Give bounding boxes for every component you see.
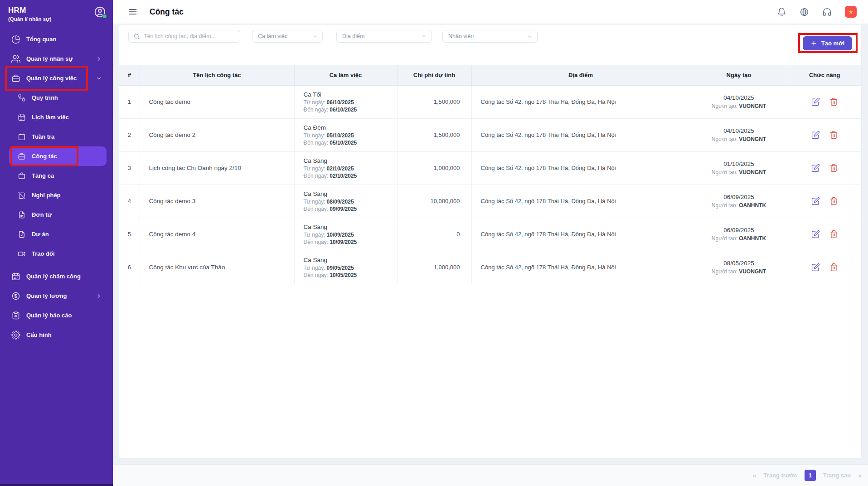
prev-arrow[interactable]: « [753,472,756,479]
calendar-icon [11,272,20,281]
actions-cell [788,85,861,118]
sidebar-item-quan-ly-nhan-su[interactable]: Quản lý nhân sự [9,49,107,68]
edit-icon[interactable] [811,197,820,205]
sidebar-item-lich-lam-viec[interactable]: Lịch làm việc [9,107,107,127]
shift-to: Đến ngày:05/10/2025 [304,140,397,146]
shift-to: Đến ngày:06/10/2025 [304,107,397,113]
delete-icon[interactable] [829,197,838,205]
topbar-actions: ★ [777,6,857,18]
actions-cell [788,251,861,284]
delete-icon[interactable] [829,164,838,172]
created-cell: 04/10/2025 Người tạo:VUONGNT [690,85,788,118]
star-icon: ★ [848,9,853,15]
chevron-down-icon [312,34,318,39]
delete-icon[interactable] [829,230,838,238]
created-date: 04/10/2025 [690,127,788,134]
shift-name: Ca Sáng [304,190,397,197]
edit-icon[interactable] [811,97,820,106]
created-date: 06/09/2025 [690,227,788,233]
calendar-off-icon [18,191,26,199]
next-arrow[interactable]: » [858,472,862,479]
content: Ca làm việc Địa điểm Nhân viên Tạo mới [113,24,868,458]
location-filter-select[interactable]: Địa điểm [336,30,432,43]
creator: Người tạo:VUONGNT [690,136,788,142]
globe-icon[interactable] [800,7,809,17]
sidebar-item-label: Quản lý lương [26,292,67,299]
select-value: Nhân viên [448,33,474,39]
search-box[interactable] [128,30,240,43]
page-title: Công tác [150,7,184,17]
shift-cell: Ca Sáng Từ ngày:10/09/2025 Đến ngày:10/0… [294,218,397,251]
user-avatar[interactable] [94,6,106,18]
create-button[interactable]: Tạo mới [803,36,852,50]
next-page-button[interactable]: Trang sau [823,472,851,479]
sidebar-item-du-an[interactable]: Dự án [9,224,107,244]
app-subtitle: (Quản lí nhân sự) [8,16,106,22]
created-cell: 08/05/2025 Người tạo:VUONGNT [690,251,788,284]
estimated-cost: 0 [397,218,471,251]
sidebar-nav: Tổng quan Quản lý nhân sự Quản lý công v… [0,29,113,486]
headset-icon[interactable] [822,7,832,17]
shift-from: Từ ngày:08/09/2025 [304,199,397,205]
shift-name: Ca Đêm [304,124,397,131]
trip-name: Công tác demo [140,85,294,118]
prev-page-button[interactable]: Trang trước [764,472,797,479]
actions-cell [788,185,861,218]
edit-icon[interactable] [811,230,820,238]
edit-icon[interactable] [811,164,820,172]
column-header: Ngày tạo [690,65,788,85]
table-row: 2 Công tác demo 2 Ca Đêm Từ ngày:05/10/2… [119,118,861,151]
row-index: 2 [119,118,140,151]
workflow-icon [18,94,26,102]
search-input[interactable] [144,33,235,39]
plus-icon [810,40,817,47]
filter-bar: Ca làm việc Địa điểm Nhân viên Tạo mới [119,25,861,49]
shift-name: Ca Tối [304,91,397,98]
row-index: 5 [119,218,140,251]
sidebar-item-cau-hinh[interactable]: Cấu hình [9,325,107,345]
pie-chart-icon [11,35,20,44]
trip-location: Công tác Số 42, ngõ 178 Thái Hà, Đống Đa… [471,118,690,151]
created-cell: 06/09/2025 Người tạo:OANHNTK [690,218,788,251]
shift-to: Đến ngày:02/10/2025 [304,173,397,179]
creator: Người tạo:OANHNTK [690,235,788,242]
sidebar-item-nghi-phep[interactable]: Nghỉ phép [9,185,107,205]
language-flag-button[interactable]: ★ [845,6,857,18]
row-index: 6 [119,251,140,284]
sidebar-item-tang-ca[interactable]: Tăng ca [9,166,107,185]
shift-from: Từ ngày:06/10/2025 [304,99,397,106]
current-page[interactable]: 1 [805,470,816,481]
trip-location: Công tác Số 42, ngõ 178 Thái Hà, Đống Đa… [471,185,690,218]
dollar-icon [11,292,20,301]
edit-icon[interactable] [811,263,820,272]
trip-name: Công tác demo 4 [140,218,294,251]
menu-toggle-icon[interactable] [128,7,137,16]
sidebar-header: HRM (Quản lí nhân sự) [0,0,113,24]
sidebar-item-cong-tac[interactable]: Công tác [9,146,107,166]
sidebar-item-tong-quan[interactable]: Tổng quan [9,29,107,49]
sidebar-item-don-tu[interactable]: Đơn từ [9,205,107,224]
created-date: 04/10/2025 [690,94,788,101]
chevron-down-icon [96,75,102,82]
sidebar-item-quan-ly-bao-cao[interactable]: Quản lý báo cáo [9,306,107,325]
shift-filter-select[interactable]: Ca làm việc [252,30,323,43]
shift-cell: Ca Đêm Từ ngày:05/10/2025 Đến ngày:05/10… [294,118,397,151]
shift-to: Đến ngày:10/05/2025 [304,272,397,278]
trip-name: Công tác demo 2 [140,118,294,151]
calendar-icon [18,113,26,122]
sidebar-item-quan-ly-cham-cong[interactable]: Quản lý chấm công [9,267,107,286]
sidebar-item-tuan-tra[interactable]: Tuần tra [9,127,107,146]
sidebar-item-quan-ly-luong[interactable]: Quản lý lương [9,286,107,306]
employee-filter-select[interactable]: Nhân viên [442,30,538,43]
column-header: Địa điểm [471,65,690,85]
delete-icon[interactable] [829,263,838,272]
bell-icon[interactable] [777,7,786,17]
sidebar-item-quan-ly-cong-viec[interactable]: Quản lý công việc [9,68,107,88]
sidebar-item-quy-trinh[interactable]: Quy trình [9,88,107,107]
delete-icon[interactable] [829,97,838,106]
sidebar-item-trao-doi[interactable]: Trao đổi [9,244,107,263]
edit-icon[interactable] [811,131,820,139]
shift-cell: Ca Sáng Từ ngày:09/05/2025 Đến ngày:10/0… [294,251,397,284]
delete-icon[interactable] [829,131,838,139]
sidebar-item-label: Quy trình [32,94,58,101]
